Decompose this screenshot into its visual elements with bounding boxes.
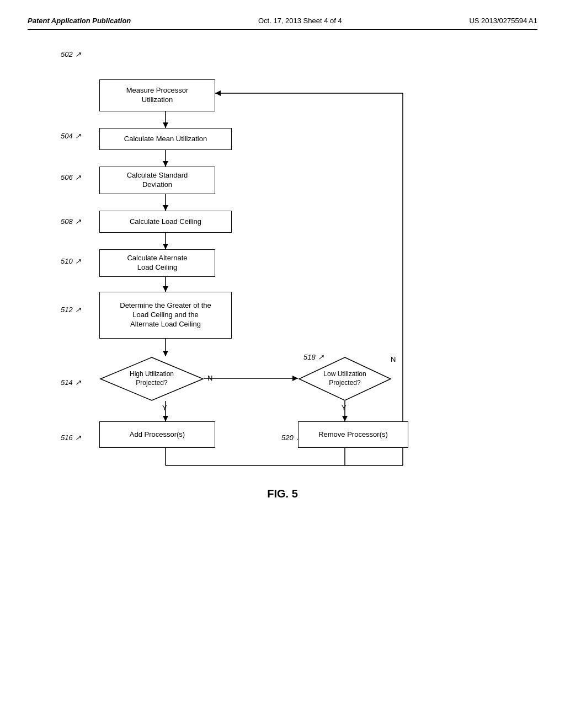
box-520: Remove Processor(s) — [298, 421, 408, 448]
svg-marker-17 — [342, 416, 348, 421]
box-504: Calculate Mean Utilization — [99, 128, 232, 150]
box-506: Calculate Standard Deviation — [99, 167, 215, 194]
box-502: Measure Processor Utilization — [99, 79, 215, 111]
diagram-area: 502 ↗ Measure Processor Utilization 504 … — [28, 46, 537, 681]
step-label-504: 504 ↗ — [61, 131, 81, 141]
step-label-506: 506 ↗ — [61, 172, 81, 182]
svg-marker-7 — [163, 244, 168, 249]
svg-marker-13 — [292, 376, 298, 381]
box-512: Determine the Greater of the Load Ceilin… — [99, 292, 232, 339]
header-right: US 2013/0275594 A1 — [469, 17, 537, 25]
label-y2: Y — [342, 404, 347, 412]
step-label-502: 502 ↗ — [61, 49, 81, 59]
svg-marker-9 — [163, 286, 168, 292]
box-510: Calculate Alternate Load Ceiling — [99, 249, 215, 277]
step-label-516: 516 ↗ — [61, 432, 81, 442]
svg-marker-15 — [163, 416, 168, 421]
header-center: Oct. 17, 2013 Sheet 4 of 4 — [258, 17, 342, 25]
step-label-514: 514 ↗ — [61, 377, 81, 387]
header-left: Patent Application Publication — [28, 17, 131, 25]
label-n1: N — [207, 374, 212, 382]
header: Patent Application Publication Oct. 17, … — [28, 17, 537, 30]
diamond-518: Low Utilization Projected? — [298, 356, 392, 402]
label-y1: Y — [162, 404, 167, 412]
step-label-508: 508 ↗ — [61, 216, 81, 226]
step-label-510: 510 ↗ — [61, 256, 81, 266]
svg-marker-23 — [215, 90, 221, 96]
box-508: Calculate Load Ceiling — [99, 211, 232, 233]
box-516: Add Processor(s) — [99, 421, 215, 448]
svg-marker-11 — [163, 351, 168, 356]
svg-marker-5 — [163, 205, 168, 211]
svg-marker-3 — [163, 161, 168, 167]
svg-marker-1 — [163, 122, 168, 128]
step-label-512: 512 ↗ — [61, 304, 81, 314]
page: Patent Application Publication Oct. 17, … — [0, 0, 565, 728]
figure-caption: FIG. 5 — [28, 488, 537, 500]
diamond-514: High Utilization Projected? — [99, 356, 204, 402]
